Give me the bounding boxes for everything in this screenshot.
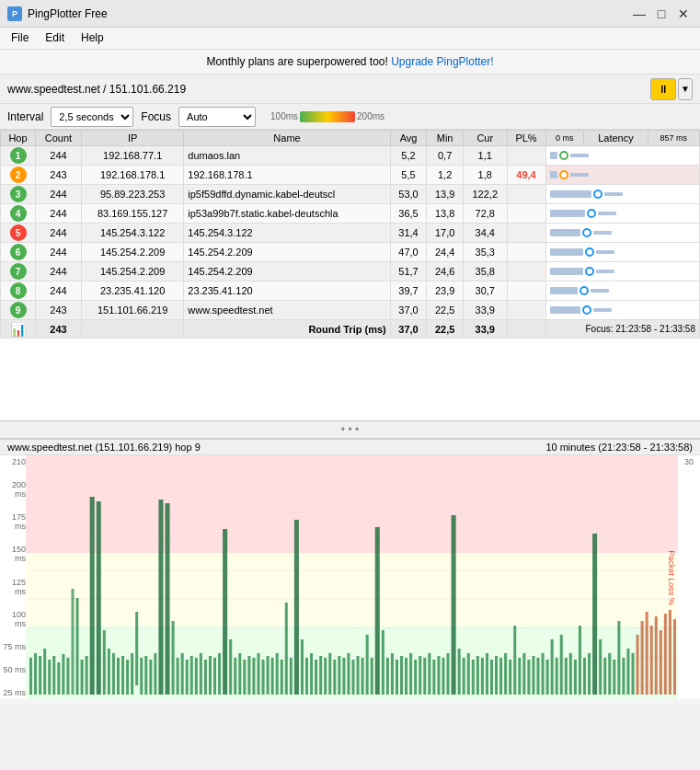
hop-pl-cell: 49,4 (507, 166, 545, 185)
hop-pl-cell (507, 146, 545, 166)
svg-rect-108 (509, 660, 511, 695)
table-row[interactable]: 6244145.254.2.209145.254.2.20947,024,435… (1, 243, 700, 262)
hop-min-cell: 0,7 (427, 146, 464, 166)
svg-rect-109 (513, 626, 516, 695)
hop-ip-cell: 95.89.223.253 (81, 185, 183, 204)
table-row[interactable]: 5244145.254.3.122145.254.3.12231,417,034… (1, 224, 700, 243)
title-bar-controls: — □ ✕ (630, 5, 693, 23)
hop-avg-cell: 5,5 (390, 166, 427, 185)
pause-button[interactable]: ⏸ (650, 78, 676, 100)
svg-rect-54 (252, 658, 255, 695)
svg-rect-12 (48, 660, 51, 695)
minimize-button[interactable]: — (630, 5, 648, 23)
hop-avg-cell: 5,2 (390, 146, 427, 166)
svg-rect-78 (366, 635, 369, 695)
y-label-75: 75 ms (0, 642, 28, 651)
y-label-50: 50 ms (0, 665, 28, 674)
col-count: Count (36, 131, 82, 146)
hop-latency-cell (545, 282, 699, 301)
hop-number-cell: 5 (1, 224, 36, 243)
table-row[interactable]: 1244192.168.77.1dumaos.lan5,20,71,1 (1, 146, 700, 166)
table-row[interactable]: 9243151.101.66.219www.speedtest.net37,02… (1, 301, 700, 320)
summary-icon-cell: 📊 (1, 320, 36, 339)
col-pl: PL% (507, 131, 545, 146)
svg-rect-63 (294, 520, 299, 695)
hop-name-cell: 23.235.41.120 (184, 282, 390, 301)
summary-focus-cell: Focus: 21:23:58 - 21:33:58 (545, 320, 699, 339)
col-name: Name (184, 131, 390, 146)
summary-min-cell: 22,5 (427, 320, 464, 339)
svg-rect-38 (177, 658, 179, 695)
upgrade-link[interactable]: Upgrade PingPlotter! (391, 55, 493, 68)
menu-edit[interactable]: Edit (38, 29, 72, 47)
main-area (0, 339, 700, 421)
svg-rect-123 (579, 626, 581, 695)
svg-rect-115 (542, 653, 545, 695)
hop-count-cell: 244 (36, 282, 82, 301)
hop-latency-cell (545, 146, 699, 166)
svg-rect-86 (405, 658, 407, 695)
table-row[interactable]: 324495.89.223.253ip5f59dffd.dynamic.kabe… (1, 185, 700, 204)
hop-min-cell: 22,5 (427, 301, 464, 320)
graph-header: www.speedtest.net (151.101.66.219) hop 9… (0, 440, 700, 455)
maximize-button[interactable]: □ (652, 5, 671, 23)
svg-rect-139 (655, 616, 658, 695)
graph-area: www.speedtest.net (151.101.66.219) hop 9… (0, 438, 700, 705)
svg-rect-134 (632, 653, 635, 695)
svg-rect-61 (285, 603, 288, 695)
hop-min-cell: 1,2 (427, 166, 464, 185)
packet-loss-label: Packet Loss % (667, 550, 676, 605)
hop-cur-cell: 1,1 (463, 146, 507, 166)
toolbar-dropdown[interactable]: ▼ (678, 78, 693, 100)
menu-file[interactable]: File (4, 29, 36, 47)
summary-avg-cell: 37,0 (390, 320, 427, 339)
svg-rect-126 (592, 534, 597, 695)
table-row[interactable]: 7244145.254.2.209145.254.2.20951,724,635… (1, 262, 700, 282)
hop-avg-cell: 53,0 (390, 185, 427, 204)
svg-rect-113 (532, 656, 534, 695)
svg-rect-122 (574, 660, 577, 695)
svg-rect-46 (213, 658, 216, 695)
hop-avg-cell: 36,5 (390, 204, 427, 224)
hop-latency-cell (545, 224, 699, 243)
hop-name-cell: www.speedtest.net (184, 301, 390, 320)
title-bar: P PingPlotter Free — □ ✕ (0, 0, 700, 28)
svg-rect-28 (126, 660, 129, 695)
col-0ms: 0 ms (545, 131, 584, 146)
interval-select[interactable]: 2,5 seconds 5 seconds 10 seconds 30 seco… (51, 107, 133, 127)
svg-rect-21 (90, 497, 95, 695)
svg-rect-74 (347, 653, 350, 695)
svg-rect-120 (565, 658, 568, 695)
svg-rect-112 (527, 660, 530, 695)
focus-select[interactable]: Auto 10 minutes 30 minutes 1 hour (178, 107, 256, 127)
table-row[interactable]: 424483.169.155.127ip53a99b7f.static.kabe… (1, 204, 700, 224)
table-row[interactable]: 2243192.168.178.1192.168.178.15,51,21,84… (1, 166, 700, 185)
menu-help[interactable]: Help (74, 29, 111, 47)
y-label-100: 100 ms (0, 610, 28, 628)
svg-rect-143 (673, 619, 676, 695)
hop-ip-cell: 83.169.155.127 (81, 204, 183, 224)
col-857ms: 857 ms (648, 131, 699, 146)
svg-rect-124 (583, 658, 586, 695)
svg-rect-129 (608, 653, 611, 695)
svg-rect-106 (499, 658, 502, 695)
hop-number-cell: 6 (1, 243, 36, 262)
separator-dots: • • • (0, 421, 700, 438)
svg-rect-27 (121, 656, 124, 695)
svg-rect-117 (551, 639, 554, 695)
col-avg: Avg (390, 131, 427, 146)
svg-rect-95 (447, 653, 450, 695)
close-button[interactable]: ✕ (674, 5, 693, 23)
svg-rect-53 (247, 656, 250, 695)
hop-ip-cell: 23.235.41.120 (81, 282, 183, 301)
svg-rect-138 (650, 626, 653, 695)
svg-rect-34 (154, 653, 156, 695)
y-axis: 210 200 ms 175 ms 150 ms 125 ms 100 ms 7… (0, 455, 28, 699)
svg-rect-105 (495, 656, 498, 695)
hop-count-cell: 244 (36, 243, 82, 262)
graph-body: 210 200 ms 175 ms 150 ms 125 ms 100 ms 7… (0, 455, 700, 699)
table-row[interactable]: 824423.235.41.12023.235.41.12039,723,930… (1, 282, 700, 301)
svg-rect-91 (428, 653, 430, 695)
hop-pl-cell (507, 262, 545, 282)
svg-rect-96 (452, 515, 456, 695)
